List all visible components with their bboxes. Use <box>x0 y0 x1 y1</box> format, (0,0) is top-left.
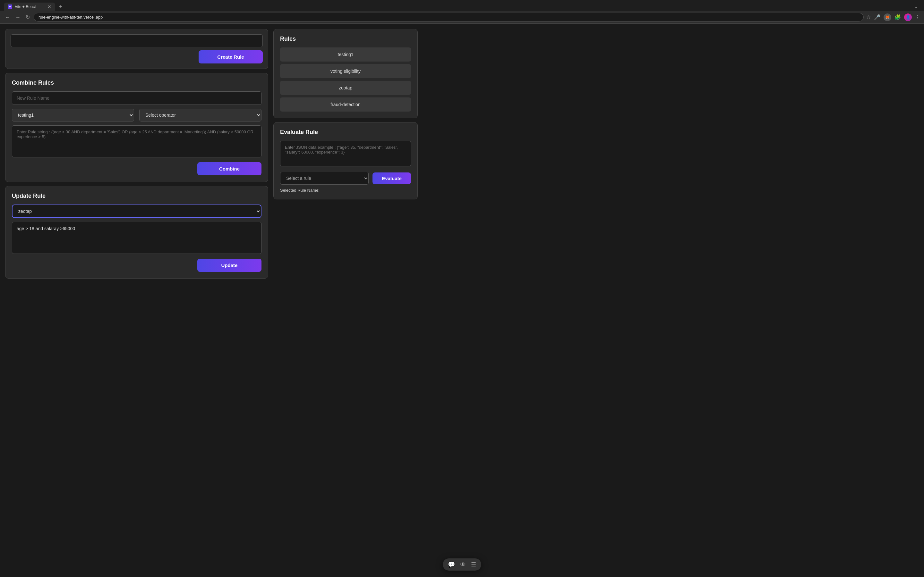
combine-rules-section: Combine Rules testing1 voting eligibilit… <box>5 73 268 182</box>
list-icon[interactable]: ☰ <box>471 561 476 568</box>
evaluate-rule-panel: Evaluate Rule Select a rule testing1 vot… <box>273 122 418 199</box>
extension-icon[interactable]: 🦊 <box>884 13 891 21</box>
combine-button-row: Combine <box>12 162 262 175</box>
bookmark-icon[interactable]: ☆ <box>866 14 871 20</box>
rules-panel-title: Rules <box>280 35 411 42</box>
combine-rule1-select[interactable]: testing1 voting eligibility zeotap fraud… <box>12 109 134 121</box>
new-rule-name-input[interactable] <box>12 91 262 105</box>
rule-item-zeotap[interactable]: zeotap <box>280 81 411 95</box>
mic-icon[interactable]: 🎤 <box>874 14 880 20</box>
forward-button[interactable]: → <box>14 13 22 21</box>
main-content: Create Rule Combine Rules testing1 votin… <box>0 24 462 284</box>
rules-panel: Rules testing1 voting eligibility zeotap… <box>273 29 418 118</box>
operator-select[interactable]: Select operator AND OR <box>139 109 262 121</box>
update-rule-select[interactable]: testing1 voting eligibility zeotap fraud… <box>12 205 262 218</box>
browser-chrome: V Vite + React ✕ + ⌄ ← → ↻ ☆ 🎤 🦊 🧩 👤 ⋮ <box>0 0 924 24</box>
evaluate-button[interactable]: Evaluate <box>373 172 411 184</box>
extensions-icon[interactable]: 🧩 <box>895 14 901 20</box>
evaluate-row: Select a rule testing1 voting eligibilit… <box>280 172 411 185</box>
profile-icon[interactable]: 👤 <box>904 13 912 21</box>
update-button[interactable]: Update <box>197 259 262 272</box>
eye-icon[interactable]: 👁 <box>460 561 466 568</box>
right-column: Rules testing1 voting eligibility zeotap… <box>273 29 418 279</box>
floating-toolbar: 💬 👁 ☰ <box>443 558 481 571</box>
combine-selects-row: testing1 voting eligibility zeotap fraud… <box>12 109 262 121</box>
create-rule-section: Create Rule <box>5 29 268 69</box>
url-input[interactable] <box>34 13 864 21</box>
address-bar: ← → ↻ ☆ 🎤 🦊 🧩 👤 ⋮ <box>0 11 924 23</box>
tab-close-button[interactable]: ✕ <box>47 5 51 9</box>
combine-button[interactable]: Combine <box>197 162 262 175</box>
selected-rule-label: Selected Rule Name: <box>280 188 411 193</box>
update-rule-textarea[interactable] <box>12 222 262 254</box>
left-column: Create Rule Combine Rules testing1 votin… <box>5 29 268 279</box>
tab-title: Vite + React <box>15 5 36 9</box>
combine-rules-title: Combine Rules <box>12 79 262 86</box>
evaluate-json-input[interactable] <box>280 141 411 166</box>
back-button[interactable]: ← <box>4 13 11 21</box>
evaluate-rule-title: Evaluate Rule <box>280 129 411 135</box>
tab-bar: V Vite + React ✕ + ⌄ <box>0 0 924 11</box>
create-rule-button[interactable]: Create Rule <box>199 50 263 63</box>
rules-list: testing1 voting eligibility zeotap fraud… <box>280 47 411 111</box>
update-rule-title: Update Rule <box>12 193 262 199</box>
create-rule-input[interactable] <box>11 34 263 47</box>
rule-string-textarea[interactable] <box>12 125 262 157</box>
reload-button[interactable]: ↻ <box>24 13 31 21</box>
new-tab-button[interactable]: + <box>57 3 65 11</box>
menu-icon[interactable]: ⋮ <box>915 14 920 20</box>
tab-expand-button[interactable]: ⌄ <box>912 3 920 11</box>
rule-item-fraud[interactable]: fraud-detection <box>280 97 411 111</box>
update-rule-section: Update Rule testing1 voting eligibility … <box>5 186 268 279</box>
tab-favicon: V <box>8 5 12 9</box>
address-icons: ☆ 🎤 🦊 🧩 👤 ⋮ <box>866 13 920 21</box>
active-tab[interactable]: V Vite + React ✕ <box>4 3 55 11</box>
rule-item-voting[interactable]: voting eligibility <box>280 64 411 78</box>
evaluate-rule-select[interactable]: Select a rule testing1 voting eligibilit… <box>280 172 368 185</box>
chat-icon[interactable]: 💬 <box>448 561 455 568</box>
rule-item-testing1[interactable]: testing1 <box>280 47 411 61</box>
update-button-row: Update <box>12 259 262 272</box>
